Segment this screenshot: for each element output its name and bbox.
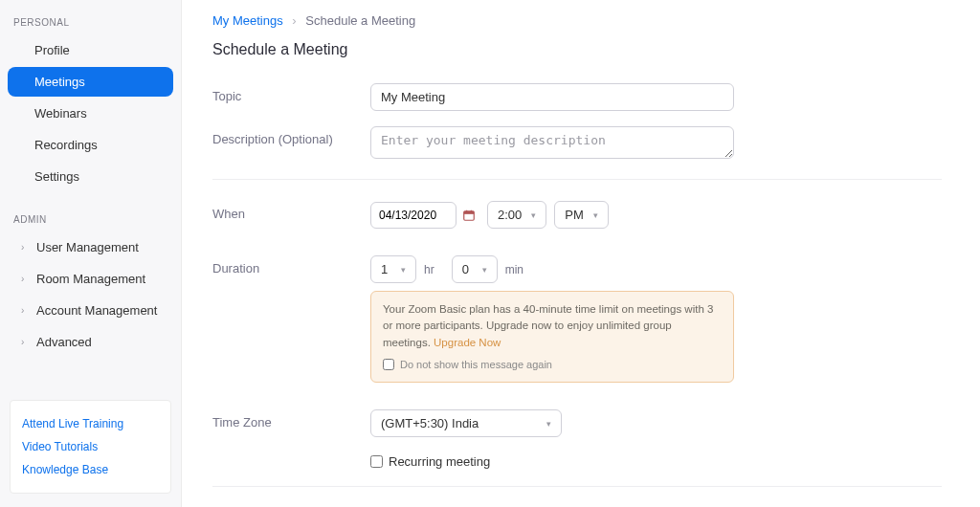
breadcrumb-current: Schedule a Meeting <box>305 13 415 28</box>
sidebar-personal-section: PERSONAL Profile Meetings Webinars Recor… <box>0 17 181 193</box>
sidebar-item-recordings[interactable]: Recordings <box>8 130 173 160</box>
sidebar-item-label: Advanced <box>36 335 92 349</box>
sidebar-item-label: Account Management <box>36 303 157 318</box>
unit-min: min <box>505 263 523 276</box>
breadcrumb-root[interactable]: My Meetings <box>212 13 283 28</box>
sidebar-item-settings[interactable]: Settings <box>8 162 173 191</box>
sidebar-item-label: Settings <box>34 169 79 184</box>
sidebar-item-profile[interactable]: Profile <box>8 35 173 65</box>
row-when: When 2:00▾ PM▾ <box>212 179 942 236</box>
label-duration: Duration <box>212 255 370 276</box>
chevron-down-icon: ▾ <box>482 265 487 275</box>
chevron-right-icon: › <box>292 13 296 28</box>
sidebar-admin-section: ADMIN ›User Management ›Room Management … <box>0 214 181 359</box>
chevron-down-icon: ▾ <box>593 210 598 220</box>
page-title: Schedule a Meeting <box>212 41 942 58</box>
select-minutes[interactable]: 0▾ <box>452 255 498 283</box>
select-ampm[interactable]: PM▾ <box>554 201 609 229</box>
help-link-training[interactable]: Attend Live Training <box>22 412 159 435</box>
sidebar-item-label: Webinars <box>34 106 87 121</box>
sidebar-heading-personal: PERSONAL <box>0 17 181 35</box>
label-recurring: Recurring meeting <box>389 454 490 469</box>
label-description: Description (Optional) <box>212 126 370 146</box>
sidebar-item-advanced[interactable]: ›Advanced <box>8 327 173 357</box>
sidebar-item-label: Room Management <box>36 272 145 286</box>
svg-rect-1 <box>464 210 475 213</box>
input-date[interactable] <box>370 202 457 229</box>
input-description[interactable] <box>370 126 734 159</box>
main-content: My Meetings › Schedule a Meeting Schedul… <box>182 0 980 507</box>
sidebar-item-label: User Management <box>36 240 139 254</box>
sidebar-item-label: Meetings <box>34 75 85 89</box>
chevron-right-icon: › <box>21 242 31 253</box>
select-timezone[interactable]: (GMT+5:30) India▾ <box>370 409 562 437</box>
select-time-value: 2:00 <box>498 208 522 222</box>
breadcrumb: My Meetings › Schedule a Meeting <box>212 13 942 28</box>
sidebar-item-room-management[interactable]: ›Room Management <box>8 264 173 294</box>
row-timezone: Time Zone (GMT+5:30) India▾ Recurring me… <box>212 402 942 476</box>
sidebar-item-meetings[interactable]: Meetings <box>8 67 173 97</box>
select-hours[interactable]: 1▾ <box>370 255 416 283</box>
select-minutes-value: 0 <box>462 262 469 276</box>
notice-donot: Do not show this message again <box>383 357 722 373</box>
upgrade-link[interactable]: Upgrade Now <box>434 337 501 348</box>
row-topic: Topic <box>212 76 942 119</box>
select-timezone-value: (GMT+5:30) India <box>381 416 479 430</box>
chevron-right-icon: › <box>21 305 31 316</box>
notice-text: Your Zoom Basic plan has a 40-minute tim… <box>383 303 713 348</box>
sidebar-item-webinars[interactable]: Webinars <box>8 99 173 128</box>
sidebar: PERSONAL Profile Meetings Webinars Recor… <box>0 0 182 507</box>
notice-donot-label: Do not show this message again <box>400 357 552 373</box>
row-description: Description (Optional) <box>212 119 942 169</box>
chevron-right-icon: › <box>21 274 31 284</box>
help-link-kb[interactable]: Knowledge Base <box>22 458 159 481</box>
calendar-icon[interactable] <box>462 209 476 222</box>
sidebar-item-user-management[interactable]: ›User Management <box>8 232 173 262</box>
input-topic[interactable] <box>370 83 734 111</box>
checkbox-donot-show[interactable] <box>383 359 394 370</box>
app-root: PERSONAL Profile Meetings Webinars Recor… <box>0 0 980 507</box>
help-link-tutorials[interactable]: Video Tutorials <box>22 435 159 458</box>
chevron-down-icon: ▾ <box>401 265 406 275</box>
recurring-row: Recurring meeting <box>370 454 942 469</box>
unit-hr: hr <box>424 263 434 276</box>
sidebar-item-account-management[interactable]: ›Account Management <box>8 296 173 325</box>
chevron-down-icon: ▾ <box>531 210 536 220</box>
select-time[interactable]: 2:00▾ <box>487 201 546 229</box>
checkbox-recurring[interactable] <box>370 455 383 468</box>
row-meeting-id: Meeting ID Generate Automatically Person… <box>212 486 942 507</box>
row-duration: Duration 1▾ hr 0▾ min Your Zoom Basic pl… <box>212 248 942 390</box>
select-ampm-value: PM <box>565 208 584 222</box>
select-hours-value: 1 <box>381 262 388 276</box>
label-timezone: Time Zone <box>212 409 370 430</box>
sidebar-heading-admin: ADMIN <box>0 214 181 232</box>
sidebar-item-label: Recordings <box>34 138 98 152</box>
plan-notice: Your Zoom Basic plan has a 40-minute tim… <box>370 291 734 383</box>
chevron-right-icon: › <box>21 337 31 347</box>
chevron-down-icon: ▾ <box>546 419 551 429</box>
sidebar-item-label: Profile <box>34 43 70 57</box>
label-topic: Topic <box>212 83 370 103</box>
label-when: When <box>212 201 370 221</box>
help-card: Attend Live Training Video Tutorials Kno… <box>10 400 171 494</box>
